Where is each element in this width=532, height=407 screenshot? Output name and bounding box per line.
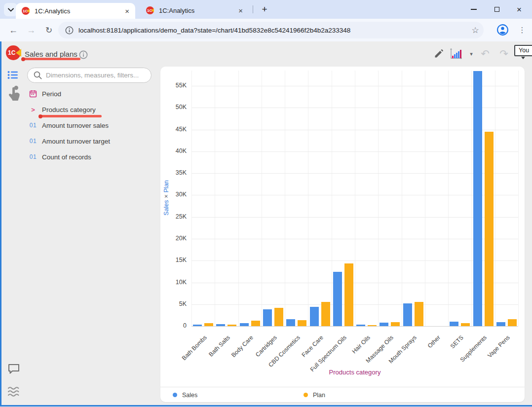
browser-tab-strip: 1C 1C:Analytics × 1C 1C:Analytics × + × — [0, 0, 532, 19]
url-text: localhost:8181/applications/demo_data?st… — [78, 27, 350, 34]
page-title: Sales and plans — [25, 50, 77, 58]
fields-panel-button[interactable] — [7, 71, 18, 79]
window-maximize-button[interactable] — [490, 4, 504, 15]
gridline-horizontal — [191, 173, 518, 174]
fields-search[interactable] — [27, 68, 152, 83]
tab-title: 1C:Analytics — [35, 7, 125, 15]
bar-sales-mouth-sprays[interactable] — [403, 303, 412, 326]
sidebar-item-amount-turnover-target[interactable]: 01 Amount turnover target — [27, 136, 156, 147]
legend-item-plan[interactable]: Plan — [304, 387, 325, 403]
bar-plan-massage-oils[interactable] — [391, 322, 400, 326]
browser-tab-active[interactable]: 1C 1C:Analytics × — [16, 3, 135, 19]
bar-sales-supplements[interactable] — [473, 71, 482, 326]
gridline-vertical — [262, 71, 262, 326]
bar-plan-cbd-cosmetics[interactable] — [298, 320, 306, 326]
chart-type-dropdown-caret[interactable]: ▾ — [465, 47, 478, 60]
bar-plan-face-care[interactable] — [321, 302, 330, 326]
hand-cursor-icon — [6, 84, 22, 104]
tab-close-icon[interactable]: × — [238, 6, 243, 15]
gridline-vertical — [471, 71, 472, 326]
undo-button[interactable]: ↶ — [479, 47, 492, 60]
tab-search-button[interactable] — [4, 3, 17, 16]
y-tick-label: 15K — [165, 257, 187, 263]
bar-plan-body-care[interactable] — [251, 321, 260, 326]
y-tick-label: 45K — [165, 126, 187, 133]
sidebar-item-amount-turnover-sales[interactable]: 01 Amount turnover sales — [27, 120, 156, 131]
address-bar[interactable]: localhost:8181/applications/demo_data?st… — [58, 22, 484, 38]
bar-plan-cartridges[interactable] — [274, 308, 283, 326]
chart-plot-area[interactable] — [191, 71, 518, 326]
bar-sales-sets[interactable] — [450, 322, 458, 326]
search-input[interactable] — [46, 72, 142, 79]
bar-plan-bath-salts[interactable] — [228, 325, 236, 327]
user-cursor-pointer — [521, 57, 525, 59]
comment-bubble-icon — [8, 364, 20, 374]
bar-sales-full-spectrum-oils[interactable] — [333, 272, 342, 326]
bar-sales-massage-oils[interactable] — [380, 323, 388, 326]
bar-sales-body-care[interactable] — [240, 323, 249, 326]
gridline-vertical — [215, 71, 215, 326]
browser-menu-icon[interactable]: ⋮ — [516, 19, 528, 41]
1c-analytics-logo: 1C — [6, 45, 21, 60]
legend-item-sales[interactable]: Sales — [173, 387, 197, 403]
edit-pencil-button[interactable] — [432, 47, 445, 60]
gridline-vertical — [518, 71, 519, 326]
gridline-horizontal — [191, 151, 518, 152]
gridline-vertical — [378, 71, 379, 326]
window-close-button[interactable]: × — [512, 4, 527, 15]
sidebar-item-count-of-records[interactable]: 01 Count of records — [27, 151, 156, 162]
sidebar-item-label: Amount turnover target — [42, 138, 110, 145]
gridline-horizontal — [191, 304, 518, 305]
numeric-field-icon: 01 — [27, 122, 39, 129]
comments-button[interactable] — [8, 364, 20, 374]
bar-sales-face-care[interactable] — [310, 307, 319, 326]
bar-plan-bath-bombs[interactable] — [204, 323, 213, 326]
bar-sales-hair-oils[interactable] — [356, 325, 365, 326]
frame-border-left-blue — [0, 36, 1, 406]
bar-sales-cbd-cosmetics[interactable] — [286, 319, 295, 326]
sidebar-item-label: Count of records — [42, 153, 91, 161]
bar-plan-vape-pens[interactable] — [508, 319, 517, 326]
bar-plan-sets[interactable] — [461, 323, 470, 326]
y-tick-label: 25K — [165, 213, 187, 220]
site-info-icon[interactable] — [65, 26, 74, 35]
gridline-vertical — [191, 71, 192, 326]
y-tick-label: 50K — [165, 104, 187, 111]
profile-avatar-icon[interactable] — [496, 24, 509, 38]
window-minimize-button[interactable] — [466, 4, 481, 15]
close-icon: × — [517, 5, 522, 14]
bar-sales-bath-salts[interactable] — [216, 324, 225, 326]
gridline-vertical — [402, 71, 402, 326]
bar-sales-bath-bombs[interactable] — [193, 325, 202, 327]
sidebar-item-products-category[interactable]: > Products category — [27, 104, 156, 115]
bar-plan-hair-oils[interactable] — [368, 325, 377, 326]
annotation-dot-title — [21, 57, 25, 61]
y-tick-label: 0 — [165, 322, 187, 329]
bar-sales-vape-pens[interactable] — [496, 322, 505, 326]
sidebar-item-label: Amount turnover sales — [42, 122, 109, 129]
new-tab-button[interactable]: + — [258, 2, 271, 16]
y-tick-label: 5K — [165, 300, 187, 307]
bar-sales-cartridges[interactable] — [263, 309, 272, 327]
chart-legend: Sales Plan — [160, 387, 525, 402]
sidebar-item-period[interactable]: Period — [27, 88, 156, 99]
gridline-horizontal — [191, 195, 518, 195]
forward-button[interactable]: → — [24, 19, 38, 41]
bar-plan-full-spectrum-oils[interactable] — [344, 263, 353, 327]
1c-analytics-favicon: 1C — [146, 6, 154, 14]
data-flows-button[interactable] — [6, 385, 21, 399]
browser-tab-inactive[interactable]: 1C 1C:Analytics × — [140, 3, 249, 18]
annotation-underline-products-category — [41, 115, 102, 117]
chart-type-button[interactable] — [448, 47, 464, 60]
legend-dot-plan — [304, 393, 308, 397]
chevron-right-icon[interactable]: > — [27, 106, 39, 113]
bookmark-star-icon[interactable]: ☆ — [469, 19, 482, 41]
browser-toolbar: ← → ↻ localhost:8181/applications/demo_d… — [0, 19, 532, 41]
bar-plan-mouth-sprays[interactable] — [415, 302, 423, 326]
gridline-horizontal — [191, 260, 518, 261]
bar-plan-supplements[interactable] — [485, 132, 494, 326]
redo-button[interactable]: ↷ — [497, 47, 510, 60]
back-button[interactable]: ← — [6, 19, 21, 41]
reload-button[interactable]: ↻ — [41, 19, 56, 41]
tab-close-icon[interactable]: × — [125, 7, 129, 15]
